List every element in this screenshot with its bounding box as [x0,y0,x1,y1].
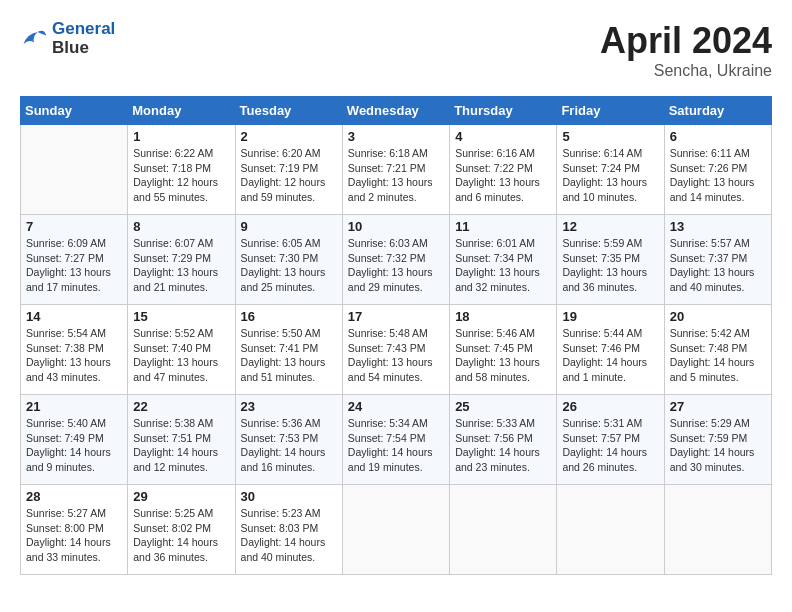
day-info: Sunrise: 6:03 AM Sunset: 7:32 PM Dayligh… [348,236,444,295]
week-row-1: 1Sunrise: 6:22 AM Sunset: 7:18 PM Daylig… [21,125,772,215]
calendar-subtitle: Sencha, Ukraine [600,62,772,80]
day-info: Sunrise: 5:54 AM Sunset: 7:38 PM Dayligh… [26,326,122,385]
calendar-cell: 7Sunrise: 6:09 AM Sunset: 7:27 PM Daylig… [21,215,128,305]
day-info: Sunrise: 6:16 AM Sunset: 7:22 PM Dayligh… [455,146,551,205]
day-number: 28 [26,489,122,504]
day-info: Sunrise: 5:29 AM Sunset: 7:59 PM Dayligh… [670,416,766,475]
calendar-cell: 18Sunrise: 5:46 AM Sunset: 7:45 PM Dayli… [450,305,557,395]
calendar-cell [450,485,557,575]
day-number: 5 [562,129,658,144]
calendar-cell: 16Sunrise: 5:50 AM Sunset: 7:41 PM Dayli… [235,305,342,395]
day-number: 13 [670,219,766,234]
day-info: Sunrise: 6:05 AM Sunset: 7:30 PM Dayligh… [241,236,337,295]
calendar-title: April 2024 [600,20,772,62]
day-info: Sunrise: 5:57 AM Sunset: 7:37 PM Dayligh… [670,236,766,295]
calendar-cell [557,485,664,575]
day-number: 8 [133,219,229,234]
day-number: 24 [348,399,444,414]
day-info: Sunrise: 6:01 AM Sunset: 7:34 PM Dayligh… [455,236,551,295]
day-info: Sunrise: 5:50 AM Sunset: 7:41 PM Dayligh… [241,326,337,385]
calendar-cell: 25Sunrise: 5:33 AM Sunset: 7:56 PM Dayli… [450,395,557,485]
day-number: 2 [241,129,337,144]
day-info: Sunrise: 6:14 AM Sunset: 7:24 PM Dayligh… [562,146,658,205]
day-info: Sunrise: 5:38 AM Sunset: 7:51 PM Dayligh… [133,416,229,475]
day-number: 9 [241,219,337,234]
day-info: Sunrise: 5:25 AM Sunset: 8:02 PM Dayligh… [133,506,229,565]
day-number: 16 [241,309,337,324]
calendar-cell: 8Sunrise: 6:07 AM Sunset: 7:29 PM Daylig… [128,215,235,305]
week-row-2: 7Sunrise: 6:09 AM Sunset: 7:27 PM Daylig… [21,215,772,305]
col-header-monday: Monday [128,97,235,125]
calendar-cell: 30Sunrise: 5:23 AM Sunset: 8:03 PM Dayli… [235,485,342,575]
day-number: 10 [348,219,444,234]
calendar-cell [664,485,771,575]
day-number: 4 [455,129,551,144]
day-number: 26 [562,399,658,414]
calendar-cell [21,125,128,215]
calendar-cell: 9Sunrise: 6:05 AM Sunset: 7:30 PM Daylig… [235,215,342,305]
day-number: 22 [133,399,229,414]
calendar-cell: 21Sunrise: 5:40 AM Sunset: 7:49 PM Dayli… [21,395,128,485]
title-block: April 2024 Sencha, Ukraine [600,20,772,80]
day-number: 3 [348,129,444,144]
calendar-cell: 15Sunrise: 5:52 AM Sunset: 7:40 PM Dayli… [128,305,235,395]
logo-text: General Blue [52,20,115,57]
day-info: Sunrise: 5:34 AM Sunset: 7:54 PM Dayligh… [348,416,444,475]
day-number: 18 [455,309,551,324]
calendar-cell: 2Sunrise: 6:20 AM Sunset: 7:19 PM Daylig… [235,125,342,215]
day-info: Sunrise: 6:22 AM Sunset: 7:18 PM Dayligh… [133,146,229,205]
day-info: Sunrise: 6:18 AM Sunset: 7:21 PM Dayligh… [348,146,444,205]
calendar-cell: 4Sunrise: 6:16 AM Sunset: 7:22 PM Daylig… [450,125,557,215]
day-number: 15 [133,309,229,324]
day-number: 21 [26,399,122,414]
day-number: 14 [26,309,122,324]
day-info: Sunrise: 6:09 AM Sunset: 7:27 PM Dayligh… [26,236,122,295]
calendar-cell: 12Sunrise: 5:59 AM Sunset: 7:35 PM Dayli… [557,215,664,305]
col-header-tuesday: Tuesday [235,97,342,125]
calendar-cell: 27Sunrise: 5:29 AM Sunset: 7:59 PM Dayli… [664,395,771,485]
col-header-sunday: Sunday [21,97,128,125]
col-header-thursday: Thursday [450,97,557,125]
day-info: Sunrise: 6:07 AM Sunset: 7:29 PM Dayligh… [133,236,229,295]
day-number: 20 [670,309,766,324]
page-header: General Blue April 2024 Sencha, Ukraine [20,20,772,80]
day-info: Sunrise: 6:20 AM Sunset: 7:19 PM Dayligh… [241,146,337,205]
calendar-cell: 20Sunrise: 5:42 AM Sunset: 7:48 PM Dayli… [664,305,771,395]
calendar-cell [342,485,449,575]
calendar-header-row: SundayMondayTuesdayWednesdayThursdayFrid… [21,97,772,125]
day-info: Sunrise: 6:11 AM Sunset: 7:26 PM Dayligh… [670,146,766,205]
col-header-saturday: Saturday [664,97,771,125]
col-header-wednesday: Wednesday [342,97,449,125]
calendar-cell: 5Sunrise: 6:14 AM Sunset: 7:24 PM Daylig… [557,125,664,215]
day-number: 7 [26,219,122,234]
day-info: Sunrise: 5:44 AM Sunset: 7:46 PM Dayligh… [562,326,658,385]
day-number: 27 [670,399,766,414]
day-number: 1 [133,129,229,144]
calendar-cell: 17Sunrise: 5:48 AM Sunset: 7:43 PM Dayli… [342,305,449,395]
week-row-3: 14Sunrise: 5:54 AM Sunset: 7:38 PM Dayli… [21,305,772,395]
logo-icon [20,25,48,53]
day-info: Sunrise: 5:40 AM Sunset: 7:49 PM Dayligh… [26,416,122,475]
week-row-5: 28Sunrise: 5:27 AM Sunset: 8:00 PM Dayli… [21,485,772,575]
day-info: Sunrise: 5:59 AM Sunset: 7:35 PM Dayligh… [562,236,658,295]
day-info: Sunrise: 5:42 AM Sunset: 7:48 PM Dayligh… [670,326,766,385]
day-number: 12 [562,219,658,234]
day-number: 11 [455,219,551,234]
calendar-cell: 23Sunrise: 5:36 AM Sunset: 7:53 PM Dayli… [235,395,342,485]
day-number: 30 [241,489,337,504]
calendar-cell: 11Sunrise: 6:01 AM Sunset: 7:34 PM Dayli… [450,215,557,305]
col-header-friday: Friday [557,97,664,125]
day-info: Sunrise: 5:33 AM Sunset: 7:56 PM Dayligh… [455,416,551,475]
calendar-cell: 14Sunrise: 5:54 AM Sunset: 7:38 PM Dayli… [21,305,128,395]
calendar-cell: 1Sunrise: 6:22 AM Sunset: 7:18 PM Daylig… [128,125,235,215]
day-info: Sunrise: 5:36 AM Sunset: 7:53 PM Dayligh… [241,416,337,475]
day-info: Sunrise: 5:48 AM Sunset: 7:43 PM Dayligh… [348,326,444,385]
calendar-cell: 28Sunrise: 5:27 AM Sunset: 8:00 PM Dayli… [21,485,128,575]
logo: General Blue [20,20,115,57]
day-number: 29 [133,489,229,504]
week-row-4: 21Sunrise: 5:40 AM Sunset: 7:49 PM Dayli… [21,395,772,485]
day-number: 17 [348,309,444,324]
calendar-cell: 13Sunrise: 5:57 AM Sunset: 7:37 PM Dayli… [664,215,771,305]
day-number: 19 [562,309,658,324]
day-info: Sunrise: 5:52 AM Sunset: 7:40 PM Dayligh… [133,326,229,385]
